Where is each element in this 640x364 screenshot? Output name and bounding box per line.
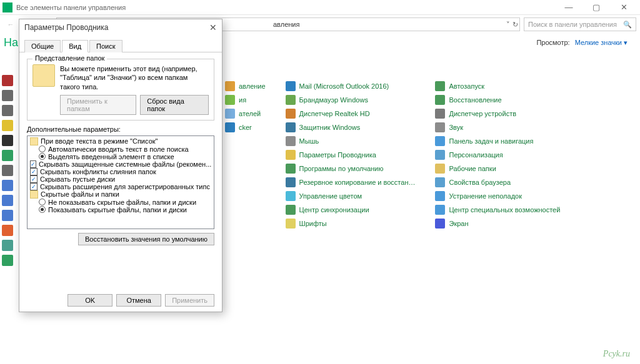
restore-defaults-button[interactable]: Восстановить значения по умолчанию [78, 233, 214, 245]
cp-item[interactable]: Восстановление [435, 95, 560, 105]
tree-item[interactable]: Не показывать скрытые файлы, папки и дис… [30, 199, 211, 206]
cp-item[interactable]: Персонализация [435, 150, 560, 160]
cp-item[interactable]: ия [225, 95, 266, 105]
cp-item[interactable]: Шрифты [286, 219, 416, 229]
cp-item-label: Центр специальных возможностей [449, 206, 560, 214]
cp-item[interactable]: авление [225, 81, 266, 91]
tree-item[interactable]: ✓Скрывать защищенные системные файлы (ре… [30, 160, 211, 168]
refresh-button[interactable]: ↻ [512, 21, 518, 29]
cp-item-label: Автозапуск [449, 82, 484, 90]
dock-icon-7[interactable] [2, 180, 13, 191]
folder-node-icon [30, 190, 38, 199]
cp-item[interactable]: Защитник Windows [286, 122, 416, 132]
dock-icon-11[interactable] [2, 240, 13, 251]
watermark: Pcyk.ru [603, 349, 630, 359]
cp-item[interactable]: Экран [435, 219, 560, 229]
dock-icon-12[interactable] [2, 255, 13, 266]
tree-item-label: Не показывать скрытые файлы, папки и дис… [48, 199, 196, 206]
cp-item[interactable]: Резервное копирование и восстан… [286, 177, 416, 187]
cp-item-label: Рабочие папки [449, 165, 496, 172]
cp-item[interactable]: Диспетчер Realtek HD [286, 109, 416, 119]
tree-item[interactable]: Выделять введенный элемент в списке [30, 153, 211, 160]
back-button[interactable]: ← [4, 17, 18, 31]
cp-item-label: Резервное копирование и восстан… [299, 179, 416, 186]
cp-item[interactable]: Управление цветом [286, 191, 416, 201]
dock-icon-9[interactable] [2, 210, 13, 221]
breadcrumb-dropdown[interactable]: ˅ [506, 21, 510, 29]
tab-вид[interactable]: Вид [62, 40, 88, 52]
search-input[interactable]: Поиск в панели управления 🔍 [524, 17, 636, 31]
cp-item[interactable]: Рабочие папки [435, 164, 560, 174]
radio-icon [39, 199, 46, 205]
tree-item[interactable]: Автоматически вводить текст в поле поиск… [30, 145, 211, 153]
cp-item-label: Шрифты [299, 220, 327, 227]
cp-item[interactable]: ателей [225, 109, 266, 119]
cp-item[interactable]: Центр синхронизации [286, 205, 416, 215]
tree-item[interactable]: ✓Скрывать пустые диски [30, 175, 211, 183]
cp-item-label: Экран [449, 220, 468, 227]
window-title: Все элементы панели управления [16, 4, 126, 11]
view-selector[interactable]: Мелкие значки ▾ [575, 39, 628, 47]
dock-icon-4[interactable] [2, 135, 13, 146]
tree-item[interactable]: При вводе текста в режиме "Список" [30, 137, 211, 145]
dock-icon-8[interactable] [2, 195, 13, 206]
cp-item[interactable]: Устранение неполадок [435, 191, 560, 201]
cp-item-icon [286, 122, 296, 132]
cp-item[interactable]: Брандмауэр Windows [286, 95, 416, 105]
dock-icon-10[interactable] [2, 225, 13, 236]
maximize-button[interactable]: ▢ [582, 0, 610, 15]
cp-item-icon [225, 81, 235, 91]
tree-item[interactable]: Показывать скрытые файлы, папки и диски [30, 206, 211, 214]
cp-item-label: Мышь [299, 137, 319, 145]
cp-item[interactable]: Автозапуск [435, 81, 560, 91]
cp-item-icon [286, 191, 296, 201]
cp-item[interactable]: Центр специальных возможностей [435, 205, 560, 215]
ok-button[interactable]: OK [68, 294, 112, 307]
dock-strip [0, 75, 15, 266]
cp-item-icon [286, 150, 296, 160]
advanced-settings-tree[interactable]: При вводе текста в режиме "Список"Автома… [27, 135, 214, 229]
cp-item[interactable]: Звук [435, 122, 560, 132]
dock-icon-6[interactable] [2, 165, 13, 176]
cp-item[interactable]: Мышь [286, 136, 416, 146]
dialog-titlebar[interactable]: Параметры Проводника ✕ [19, 19, 222, 36]
tree-item[interactable]: Скрытые файлы и папки [30, 190, 211, 199]
reset-folders-button[interactable]: Сброс вида папок [140, 95, 209, 115]
apply-to-folders-button: Применить к папкам [60, 95, 136, 115]
tree-item-label: Скрывать конфликты слияния папок [40, 168, 156, 175]
cp-item[interactable]: Программы по умолчанию [286, 164, 416, 174]
dialog-body: Представление папок Вы можете применить … [19, 52, 222, 289]
minimize-button[interactable]: — [555, 0, 582, 15]
checkbox-icon: ✓ [30, 168, 38, 175]
cp-item[interactable]: Mail (Microsoft Outlook 2016) [286, 81, 416, 91]
cp-item-icon [435, 177, 445, 187]
dock-icon-5[interactable] [2, 150, 13, 161]
dialog-title: Параметры Проводника [24, 23, 108, 32]
search-icon: 🔍 [623, 21, 632, 29]
dock-icon-3[interactable] [2, 120, 13, 131]
tree-item-label: Автоматически вводить текст в поле поиск… [48, 145, 189, 153]
window-controls: — ▢ ✕ [555, 0, 638, 15]
cp-item-label: Диспетчер устройств [449, 110, 516, 117]
tab-общие[interactable]: Общие [24, 40, 61, 52]
tree-item[interactable]: ✓Скрывать конфликты слияния папок [30, 168, 211, 175]
dock-icon-1[interactable] [2, 90, 13, 101]
breadcrumb-text: авления [273, 21, 299, 28]
cp-item[interactable]: Свойства браузера [435, 177, 560, 187]
cancel-button[interactable]: Отмена [116, 294, 161, 307]
titlebar: Все элементы панели управления — ▢ ✕ [0, 0, 640, 15]
dock-icon-0[interactable] [2, 75, 13, 86]
cp-column-0: авлениеияателейcker [225, 81, 266, 229]
dialog-close-button[interactable]: ✕ [209, 22, 217, 32]
cp-item[interactable]: Панель задач и навигация [435, 136, 560, 146]
cp-item-label: Центр синхронизации [299, 206, 369, 214]
tab-поиск[interactable]: Поиск [89, 40, 122, 52]
dock-icon-2[interactable] [2, 105, 13, 116]
tree-item[interactable]: ✓Скрывать расширения для зарегистрирован… [30, 183, 211, 190]
cp-item[interactable]: Диспетчер устройств [435, 109, 560, 119]
close-button[interactable]: ✕ [610, 0, 638, 15]
tree-item-label: Выделять введенный элемент в списке [48, 153, 174, 160]
cp-item[interactable]: Параметры Проводника [286, 150, 416, 160]
cp-item[interactable]: cker [225, 122, 266, 132]
dialog-footer: OK Отмена Применить [19, 289, 222, 312]
